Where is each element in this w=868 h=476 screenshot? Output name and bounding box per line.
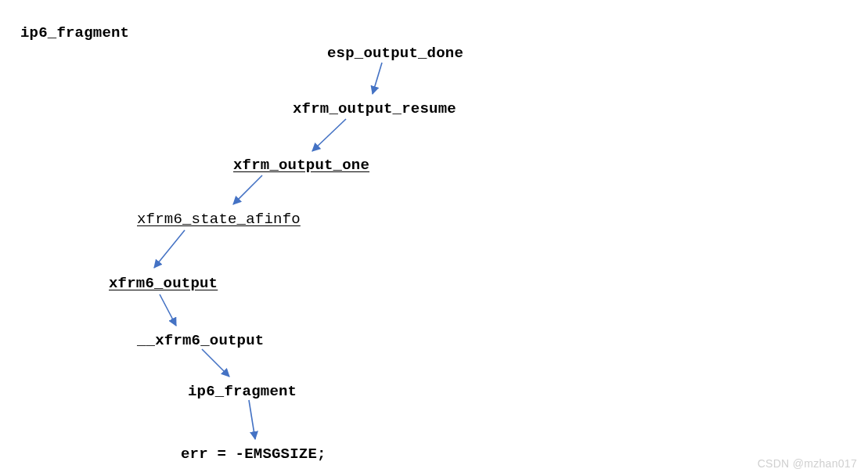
watermark: CSDN @mzhan017: [758, 457, 857, 470]
node-xfrm6-output: xfrm6_output: [109, 275, 218, 292]
svg-line-1: [312, 119, 346, 151]
svg-line-4: [160, 294, 176, 326]
svg-line-3: [154, 230, 185, 268]
node-xfrm-output-one: xfrm_output_one: [233, 157, 369, 174]
node-xfrm-output-resume: xfrm_output_resume: [293, 100, 456, 117]
node-xfrm6-output-inner: __xfrm6_output: [137, 332, 264, 349]
svg-line-6: [249, 400, 255, 439]
node-ip6-fragment: ip6_fragment: [188, 383, 297, 400]
node-err-emsgsize: err = -EMSGSIZE;: [181, 445, 326, 463]
diagram-canvas: ip6_fragment esp_output_done xfrm_output…: [0, 0, 868, 476]
node-xfrm6-state-afinfo: xfrm6_state_afinfo: [137, 211, 301, 228]
arrows-layer: [0, 0, 868, 476]
svg-line-2: [233, 175, 262, 204]
svg-line-5: [202, 349, 229, 377]
svg-line-0: [373, 63, 382, 94]
diagram-title: ip6_fragment: [20, 24, 129, 41]
node-esp-output-done: esp_output_done: [327, 45, 463, 62]
